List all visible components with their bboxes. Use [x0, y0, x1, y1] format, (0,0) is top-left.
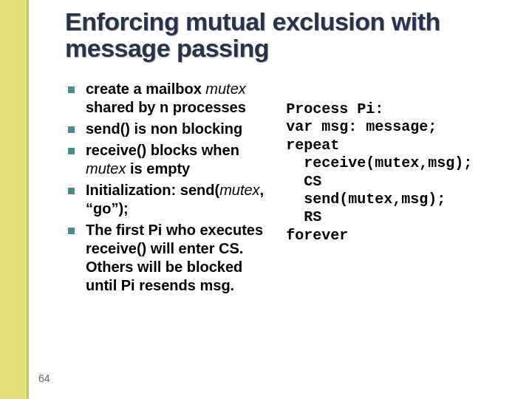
code-line: var msg: message;	[286, 118, 437, 135]
slide-title: Enforcing mutual exclusion with message …	[65, 9, 502, 61]
code-line: Process Pi:	[286, 100, 383, 117]
page-number: 64	[38, 372, 50, 384]
slide-body: create a mailbox mutex shared by n proce…	[65, 80, 508, 298]
columns: create a mailbox mutex shared by n proce…	[65, 80, 508, 298]
code-line: receive(mutex,msg);	[286, 154, 472, 171]
bullet-item: send() is non blocking	[65, 120, 273, 138]
bullet-text: send() is non blocking	[86, 120, 242, 137]
bullet-item: The first Pi who executes receive() will…	[65, 221, 273, 295]
code-line: forever	[286, 227, 348, 244]
code-line: RS	[286, 208, 321, 225]
bullet-text: is empty	[126, 160, 190, 177]
decorative-sidebar	[0, 0, 27, 399]
bullet-text: create a mailbox	[86, 81, 205, 97]
bullet-text-italic: mutex	[86, 160, 126, 177]
bullet-text-italic: mutex	[205, 81, 245, 97]
bullet-list: create a mailbox mutex shared by n proce…	[65, 80, 273, 295]
code-column: Process Pi: var msg: message; repeat rec…	[286, 80, 508, 245]
bullet-column: create a mailbox mutex shared by n proce…	[65, 80, 273, 298]
bullet-text-italic: mutex	[219, 182, 259, 198]
bullet-text: shared by n processes	[86, 99, 246, 115]
bullet-item: create a mailbox mutex shared by n proce…	[65, 80, 273, 117]
code-line: repeat	[286, 137, 339, 154]
bullet-text: Initialization: send(	[86, 182, 219, 198]
bullet-text: The first Pi who executes receive() will…	[86, 222, 263, 293]
slide: Enforcing mutual exclusion with message …	[0, 0, 532, 399]
code-line: send(mutex,msg);	[286, 191, 446, 208]
bullet-text: receive() blocks when	[86, 142, 239, 158]
bullet-item: Initialization: send(mutex, “go”);	[65, 181, 273, 218]
bullet-item: receive() blocks when mutex is empty	[65, 141, 273, 178]
code-line: CS	[286, 173, 321, 190]
